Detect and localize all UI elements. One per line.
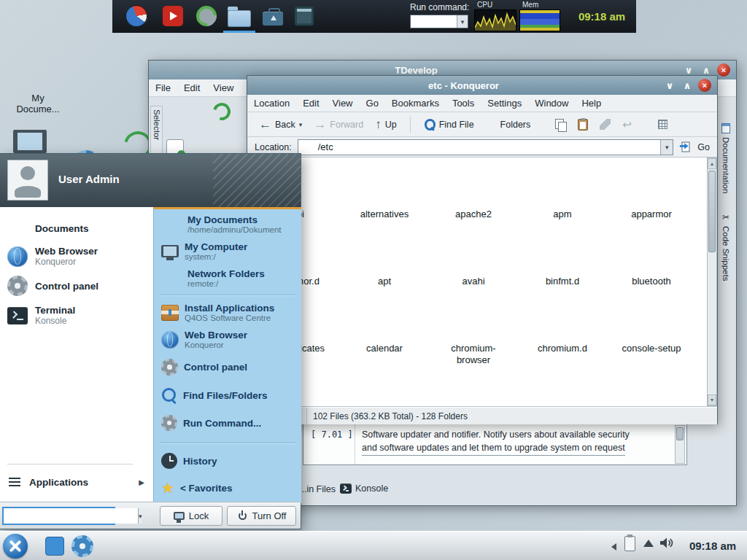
menu-item-history[interactable]: History	[154, 447, 301, 475]
desktop-icon-computer[interactable]	[13, 130, 47, 153]
view-mode-button[interactable]	[654, 117, 672, 131]
menu-item-favorites[interactable]: ★ < Favorites	[154, 475, 301, 501]
web-browser-launcher[interactable]	[125, 5, 147, 27]
up-button[interactable]: ↑ Up	[371, 116, 400, 133]
volume-tray-icon[interactable]	[659, 537, 673, 552]
scroll-up-button[interactable]: ▴	[708, 158, 716, 169]
folder-item[interactable]: chromium.d	[518, 306, 607, 373]
maximize-button[interactable]: ∧	[681, 79, 694, 92]
folder-item[interactable]: avahi	[429, 239, 518, 306]
scrollbar[interactable]: ▴ ▾	[707, 158, 717, 406]
search-combo[interactable]: ▾	[2, 507, 115, 525]
go-icon[interactable]	[679, 141, 692, 153]
desktop-icon-my-documents[interactable]: My Docume...	[10, 58, 66, 115]
folder-item[interactable]	[340, 373, 429, 407]
folder-icon	[486, 122, 497, 130]
menu-window[interactable]: Window	[528, 98, 575, 109]
menu-tools[interactable]: Tools	[446, 98, 481, 109]
search-icon	[424, 119, 436, 131]
undo-button[interactable]: ↩	[618, 116, 636, 133]
menu-item-web-browser[interactable]: Web Browser Konqueror	[154, 326, 301, 353]
start-menu-button[interactable]	[3, 534, 28, 559]
menu-location[interactable]: Location	[247, 98, 296, 109]
folder-item[interactable]: chromium-browser	[429, 306, 518, 373]
clipboard-tray-icon[interactable]	[624, 536, 635, 551]
go-button[interactable]: Go	[697, 142, 710, 152]
close-button[interactable]: ×	[698, 79, 711, 92]
folder-item[interactable]	[607, 373, 696, 407]
turn-off-button[interactable]: Turn Off	[227, 506, 296, 526]
menu-bookmarks[interactable]: Bookmarks	[385, 98, 446, 109]
close-button[interactable]: ×	[717, 63, 730, 77]
menu-item-network-folders[interactable]: Network Folders remote:/	[154, 265, 301, 292]
menu-edit[interactable]: Edit	[296, 98, 325, 109]
file-manager-launcher[interactable]	[228, 5, 249, 27]
taskbar-clock[interactable]: 09:18 am	[681, 531, 744, 560]
dock-tab-documentation[interactable]: Documentation	[719, 123, 733, 203]
menu-go[interactable]: Go	[360, 98, 385, 109]
back-history-caret[interactable]: ▾	[299, 121, 303, 128]
menu-item-documents[interactable]: Documents	[0, 214, 153, 241]
folder-item[interactable]: apt	[340, 239, 429, 306]
menu-help[interactable]: Help	[575, 98, 608, 109]
search-dropdown-button[interactable]: ▾	[138, 508, 142, 524]
media-app-launcher[interactable]	[162, 5, 184, 27]
menu-item-run-command[interactable]: Run Command...	[154, 409, 301, 437]
menu-edit[interactable]: Edit	[177, 82, 206, 93]
scrollbar[interactable]	[675, 425, 685, 464]
menu-item-control-panel[interactable]: Control panel	[154, 353, 301, 381]
settings-app-button[interactable]	[71, 535, 93, 557]
folder-item[interactable]: console-setup	[607, 306, 696, 373]
folders-button[interactable]: Folders	[481, 117, 535, 132]
search-input[interactable]	[4, 508, 138, 524]
menu-item-my-documents[interactable]: My Documents /home/adminu/Dokument	[154, 211, 301, 238]
selector-tab[interactable]: Selector	[150, 106, 163, 160]
find-file-button[interactable]: Find File	[419, 117, 479, 133]
folder-item[interactable]: apm	[518, 172, 607, 239]
menu-file[interactable]: File	[149, 82, 177, 93]
menu-view[interactable]: View	[326, 98, 360, 109]
reload-icon[interactable]	[210, 100, 234, 124]
folder-item[interactable]: apache2	[429, 172, 518, 239]
run-command-dropdown[interactable]: ▾	[457, 15, 468, 28]
minimize-button[interactable]: ∨	[663, 79, 676, 92]
folder-item[interactable]	[518, 373, 607, 407]
copy-button[interactable]	[551, 117, 570, 133]
menu-item-control-panel[interactable]: Control panel	[0, 271, 153, 300]
software-update-launcher[interactable]	[196, 5, 217, 27]
tray-collapse-icon[interactable]	[611, 543, 616, 551]
folder-item[interactable]: bluetooth	[607, 239, 696, 306]
bottom-tab-konsole[interactable]: Konsole	[340, 483, 388, 494]
lock-button[interactable]: Lock	[160, 506, 222, 526]
back-button[interactable]: ← Back ▾	[255, 116, 306, 133]
updates-tray-icon[interactable]	[643, 540, 654, 547]
menu-settings[interactable]: Settings	[481, 98, 528, 109]
archive-app-launcher[interactable]	[263, 5, 285, 27]
menu-item-my-computer[interactable]: My Computer system:/	[154, 238, 301, 265]
paste-button[interactable]	[573, 117, 592, 133]
taskbar-window-button[interactable]	[45, 537, 64, 556]
print-button[interactable]	[595, 117, 615, 132]
scroll-down-button[interactable]: ▾	[708, 394, 716, 405]
konqueror-titlebar[interactable]: etc - Konqueror ∨ ∧ ×	[247, 76, 717, 95]
terminal-app-launcher[interactable]	[293, 5, 315, 27]
menu-item-applications[interactable]: Applications ▶	[0, 470, 153, 494]
menu-view[interactable]: View	[206, 82, 240, 93]
scrollbar-thumb[interactable]	[708, 171, 716, 252]
scrollbar-thumb[interactable]	[676, 427, 684, 440]
forward-button[interactable]: → Forward	[309, 116, 368, 133]
location-input[interactable]: /etc ▾	[298, 139, 674, 155]
location-dropdown-button[interactable]: ▾	[660, 140, 673, 155]
menu-item-terminal[interactable]: Terminal Konsole	[0, 300, 153, 330]
dock-tab-code-snippets[interactable]: ✂ Code Snippets	[719, 212, 733, 292]
user-avatar[interactable]	[7, 160, 48, 201]
folder-item[interactable]	[429, 373, 518, 407]
folder-item[interactable]: alternatives	[340, 172, 429, 239]
folder-item[interactable]: calendar	[340, 306, 429, 373]
menu-item-install-applications[interactable]: Install Applications Q4OS Software Centr…	[154, 299, 301, 326]
folder-item[interactable]: binfmt.d	[518, 239, 607, 306]
menu-item-find-files[interactable]: Find Files/Folders	[154, 381, 301, 409]
menu-item-web-browser[interactable]: Web Browser Konqueror	[0, 241, 153, 271]
folder-item[interactable]: apparmor	[607, 172, 696, 239]
run-command-input[interactable]: ▾	[410, 15, 468, 28]
